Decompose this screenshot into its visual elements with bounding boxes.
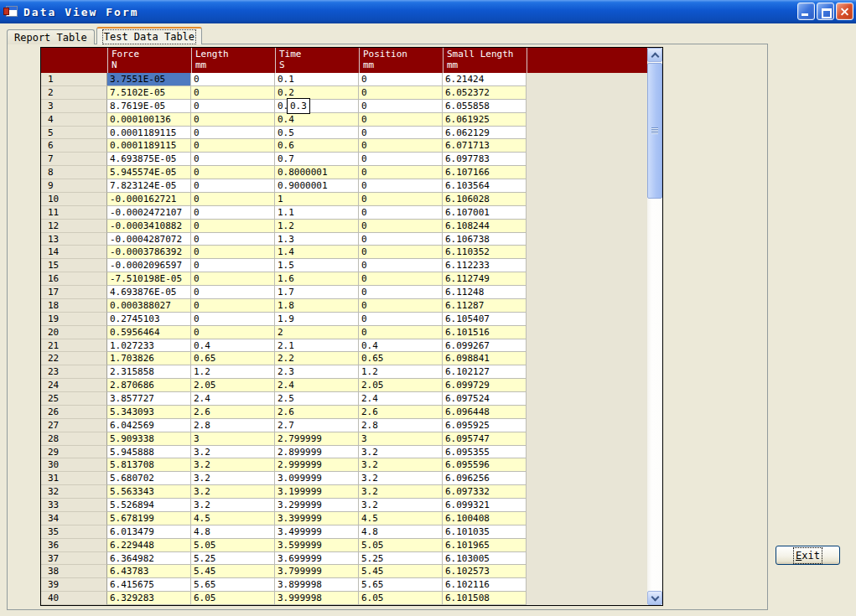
grid-cell[interactable]: 2.6 (359, 406, 443, 419)
row-number[interactable]: 25 (41, 392, 107, 406)
grid-cell[interactable]: 6.096256 (443, 472, 527, 485)
row-number[interactable]: 32 (41, 485, 107, 499)
grid-cell[interactable]: 5.909338 (107, 432, 191, 446)
grid-cell[interactable]: 0 (191, 86, 275, 100)
grid-cell[interactable]: 3.857727 (107, 392, 191, 406)
minimize-icon[interactable] (797, 3, 815, 20)
column-header-small-length[interactable]: Small Lengthmm (443, 48, 527, 73)
grid-cell[interactable]: -0.0003786392 (107, 246, 191, 259)
grid-cell[interactable]: 0 (359, 259, 443, 272)
row-number[interactable]: 35 (41, 525, 107, 539)
grid-cell[interactable]: 2.3 (275, 365, 359, 379)
row-number[interactable]: 1 (41, 73, 107, 86)
grid-cell[interactable]: 6.112749 (443, 272, 527, 286)
grid-cell[interactable]: 3.099999 (275, 472, 359, 485)
grid-cell[interactable]: 1.7 (275, 286, 359, 299)
grid-cell[interactable]: 0.8000001 (275, 166, 359, 179)
row-number[interactable]: 27 (41, 419, 107, 432)
grid-cell[interactable]: 0 (191, 286, 275, 299)
tab-test-data-table[interactable]: Test Data Table (96, 27, 202, 44)
grid-cell[interactable]: 5.25 (359, 552, 443, 566)
grid-cell[interactable]: 5.45 (191, 565, 275, 578)
grid-cell[interactable]: 0.4 (275, 113, 359, 127)
grid-cell[interactable]: 3.999998 (275, 592, 359, 605)
row-number[interactable]: 37 (41, 552, 107, 566)
row-number[interactable]: 34 (41, 512, 107, 525)
grid-cell[interactable]: 6.100408 (443, 512, 527, 525)
grid-cell[interactable]: 6.062129 (443, 127, 527, 140)
row-number[interactable]: 4 (41, 113, 107, 127)
grid-cell[interactable]: 2.05 (191, 379, 275, 392)
grid-cell[interactable]: 0.000100136 (107, 113, 191, 127)
row-number[interactable]: 23 (41, 365, 107, 379)
scroll-down-icon[interactable] (647, 591, 662, 605)
grid-cell[interactable]: 0 (359, 313, 443, 326)
column-header-position[interactable]: Positionmm (359, 48, 443, 73)
grid-cell[interactable]: 1.8 (275, 299, 359, 313)
grid-cell[interactable]: -0.0004287072 (107, 233, 191, 246)
grid-cell[interactable]: 6.112233 (443, 259, 527, 272)
row-number[interactable]: 8 (41, 166, 107, 179)
grid-cell[interactable]: 0.65 (359, 352, 443, 365)
row-number[interactable]: 22 (41, 352, 107, 365)
row-number[interactable]: 14 (41, 246, 107, 259)
row-number[interactable]: 38 (41, 565, 107, 578)
grid-cell[interactable]: 5.813708 (107, 458, 191, 472)
grid-cell[interactable]: 6.096448 (443, 406, 527, 419)
grid-cell[interactable]: 0 (191, 166, 275, 179)
grid-cell[interactable]: 3.2 (191, 446, 275, 459)
grid-cell[interactable]: 0 (359, 179, 443, 193)
grid-cell[interactable]: 6.071713 (443, 139, 527, 153)
grid-cell[interactable]: 3.7551E-05 (107, 73, 191, 86)
grid-cell[interactable]: 1.027233 (107, 339, 191, 353)
grid-cell[interactable]: 0.5 (275, 127, 359, 140)
grid-cell[interactable]: 0 (359, 233, 443, 246)
close-icon[interactable] (836, 3, 853, 20)
grid-cell[interactable]: 6.106738 (443, 233, 527, 246)
grid-cell[interactable]: 0 (191, 220, 275, 233)
grid-cell[interactable]: 0.1 (275, 73, 359, 86)
grid-cell[interactable]: 6.099267 (443, 339, 527, 353)
grid-cell[interactable]: 3.2 (359, 446, 443, 459)
grid-cell[interactable]: 0 (359, 193, 443, 206)
grid-cell[interactable]: 0.65 (191, 352, 275, 365)
tab-report-table[interactable]: Report Table (7, 29, 95, 44)
grid-cell[interactable]: 1.703826 (107, 352, 191, 365)
grid-cell[interactable]: 6.095925 (443, 419, 527, 432)
grid-cell[interactable]: 0 (191, 299, 275, 313)
row-number[interactable]: 29 (41, 446, 107, 459)
row-number[interactable]: 16 (41, 272, 107, 286)
grid-cell[interactable]: 3.599999 (275, 539, 359, 552)
grid-cell[interactable]: 6.098841 (443, 352, 527, 365)
row-number[interactable]: 13 (41, 233, 107, 246)
grid-cell[interactable]: 3.399999 (275, 512, 359, 525)
scrollbar-thumb[interactable] (647, 63, 662, 199)
grid-cell[interactable]: 0 (191, 233, 275, 246)
grid-cell[interactable]: 6.097332 (443, 485, 527, 499)
grid-cell[interactable]: 0 (191, 153, 275, 166)
grid-cell[interactable]: 1.1 (275, 206, 359, 220)
grid-cell[interactable]: 2.8 (359, 419, 443, 432)
grid-cell[interactable]: 3 (359, 432, 443, 446)
row-number[interactable]: 5 (41, 127, 107, 140)
grid-cell[interactable]: 5.678199 (107, 512, 191, 525)
grid-cell[interactable]: 7.823124E-05 (107, 179, 191, 193)
grid-cell[interactable]: 2.799999 (275, 432, 359, 446)
grid-cell[interactable]: 0 (359, 220, 443, 233)
grid-cell[interactable]: 0 (359, 246, 443, 259)
grid-cell[interactable]: 6.05 (359, 592, 443, 605)
grid-cell[interactable]: 6.101516 (443, 326, 527, 339)
grid-cell[interactable]: 6.095747 (443, 432, 527, 446)
grid-cell[interactable]: 0 (359, 272, 443, 286)
grid-cell[interactable]: 5.65 (359, 578, 443, 592)
grid-cell[interactable]: 1.9 (275, 313, 359, 326)
grid-cell[interactable]: 0 (359, 153, 443, 166)
grid-cell[interactable]: 6.110352 (443, 246, 527, 259)
grid-cell[interactable]: 6.042569 (107, 419, 191, 432)
grid-cell[interactable]: 1.6 (275, 272, 359, 286)
grid-cell[interactable]: 0.4 (191, 339, 275, 353)
grid-cell[interactable]: 3.699999 (275, 552, 359, 566)
grid-cell[interactable]: 0 (191, 73, 275, 86)
grid-cell[interactable]: 2.899999 (275, 446, 359, 459)
grid-cell[interactable]: 6.329283 (107, 592, 191, 605)
